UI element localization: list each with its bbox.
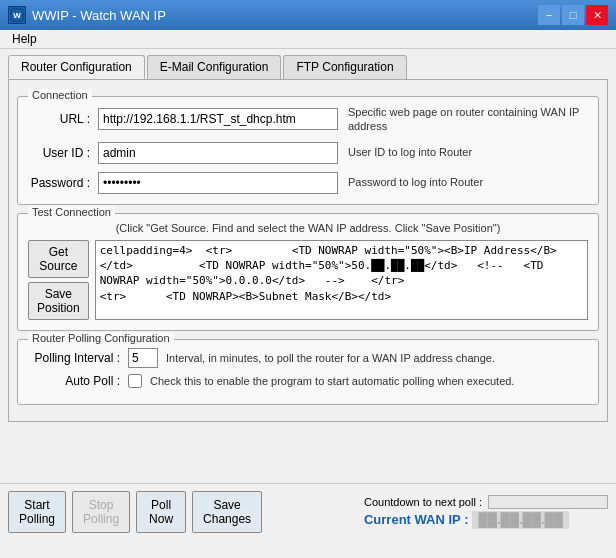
poll-interval-input[interactable]: [128, 348, 158, 368]
countdown-row: Countdown to next poll :: [364, 495, 608, 509]
get-source-button[interactable]: Get Source: [28, 240, 89, 278]
poll-now-button[interactable]: Poll Now: [136, 491, 186, 533]
tab-email-configuration[interactable]: E-Mail Configuration: [147, 55, 282, 79]
title-bar: W WWIP - Watch WAN IP − □ ✕: [0, 0, 616, 30]
password-hint: Password to log into Router: [348, 175, 588, 189]
userid-hint: User ID to log into Router: [348, 145, 588, 159]
close-button[interactable]: ✕: [586, 5, 608, 25]
poll-interval-row: Polling Interval : Interval, in minutes,…: [28, 348, 588, 368]
connection-group-title: Connection: [28, 89, 92, 101]
title-bar-left: W WWIP - Watch WAN IP: [8, 6, 166, 24]
userid-row: User ID : User ID to log into Router: [28, 142, 588, 164]
autopoll-checkbox[interactable]: [128, 374, 142, 388]
stop-polling-button[interactable]: Stop Polling: [72, 491, 130, 533]
tab-ftp-configuration[interactable]: FTP Configuration: [283, 55, 406, 79]
title-bar-controls: − □ ✕: [538, 5, 608, 25]
minimize-button[interactable]: −: [538, 5, 560, 25]
connection-group: Connection URL : Specific web page on ro…: [17, 96, 599, 205]
password-input[interactable]: [98, 172, 338, 194]
autopoll-hint: Check this to enable the program to star…: [150, 375, 514, 387]
poll-interval-hint: Interval, in minutes, to poll the router…: [166, 352, 495, 364]
password-label: Password :: [28, 176, 98, 190]
wan-ip-row: Current WAN IP : ██.██.██.██: [364, 511, 569, 529]
tab-bar: Router Configuration E-Mail Configuratio…: [8, 55, 608, 80]
test-connection-title: Test Connection: [28, 206, 115, 218]
url-label: URL :: [28, 112, 98, 126]
test-connection-group: Test Connection (Click "Get Source. Find…: [17, 213, 599, 331]
test-buttons: Get Source Save Position: [28, 240, 89, 320]
menu-help[interactable]: Help: [8, 30, 41, 48]
start-polling-button[interactable]: Start Polling: [8, 491, 66, 533]
countdown-section: Countdown to next poll : Current WAN IP …: [364, 495, 608, 529]
poll-interval-label: Polling Interval :: [28, 351, 128, 365]
tab-panel-router: Connection URL : Specific web page on ro…: [8, 80, 608, 422]
password-row: Password : Password to log into Router: [28, 172, 588, 194]
autopoll-row: Auto Poll : Check this to enable the pro…: [28, 374, 588, 388]
polling-group-title: Router Polling Configuration: [28, 332, 174, 344]
bottom-bar: Start Polling Stop Polling Poll Now Save…: [0, 483, 616, 539]
test-body: Get Source Save Position cellpadding=4> …: [28, 240, 588, 320]
current-wan-ip-label: Current WAN IP :: [364, 512, 469, 527]
url-hint: Specific web page on router containing W…: [348, 105, 588, 134]
source-textarea[interactable]: cellpadding=4> <tr> <TD NOWRAP width="50…: [95, 240, 588, 320]
countdown-label: Countdown to next poll :: [364, 496, 482, 508]
test-instruction: (Click "Get Source. Find and select the …: [28, 222, 588, 234]
menu-bar: Help: [0, 30, 616, 49]
url-row: URL : Specific web page on router contai…: [28, 105, 588, 134]
countdown-bar: [488, 495, 608, 509]
save-changes-button[interactable]: Save Changes: [192, 491, 262, 533]
svg-text:W: W: [13, 11, 21, 20]
tab-router-configuration[interactable]: Router Configuration: [8, 55, 145, 79]
maximize-button[interactable]: □: [562, 5, 584, 25]
polling-group: Router Polling Configuration Polling Int…: [17, 339, 599, 405]
autopoll-label: Auto Poll :: [28, 374, 128, 388]
app-icon: W: [8, 6, 26, 24]
userid-input[interactable]: [98, 142, 338, 164]
current-wan-ip-value: ██.██.██.██: [472, 511, 569, 529]
main-content: Router Configuration E-Mail Configuratio…: [0, 49, 616, 539]
url-input[interactable]: [98, 108, 338, 130]
save-position-button[interactable]: Save Position: [28, 282, 89, 320]
userid-label: User ID :: [28, 146, 98, 160]
window-title: WWIP - Watch WAN IP: [32, 8, 166, 23]
